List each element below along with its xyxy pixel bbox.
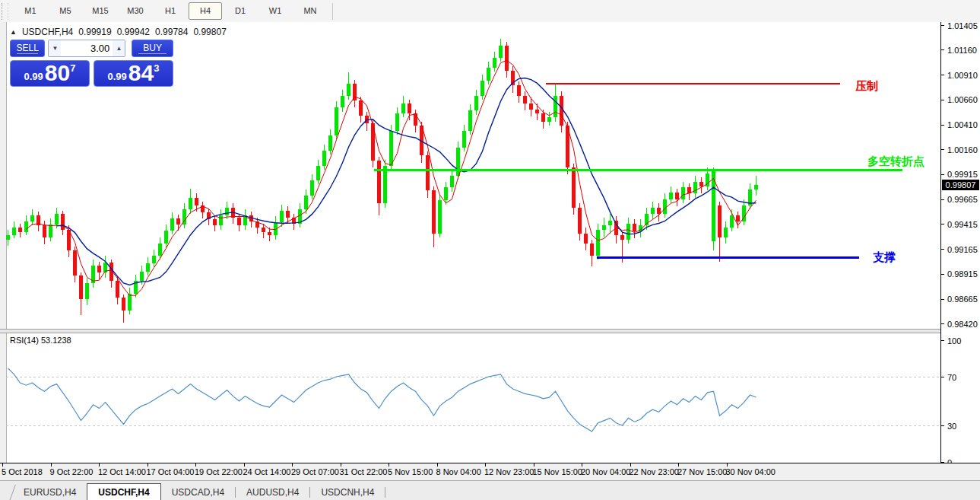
- candle-body-down: [432, 190, 436, 233]
- candle-body-down: [116, 281, 119, 298]
- time-axis-tick: [244, 463, 245, 467]
- candle-body-down: [535, 110, 539, 113]
- timeframe-button-m1[interactable]: M1: [14, 2, 47, 20]
- candle-body-down: [675, 193, 679, 199]
- one-click-price-boxes: 0.99 80 7 0.99 84 3: [10, 60, 173, 87]
- candle-body-up: [456, 148, 460, 176]
- time-axis-label: 12 Nov 23:00: [484, 467, 534, 476]
- sell-button[interactable]: SELL: [10, 40, 45, 57]
- chart-tab-usdchf[interactable]: USDCHF,H4: [87, 483, 160, 500]
- timeframe-button-d1[interactable]: D1: [224, 2, 257, 20]
- price-axis[interactable]: 1.014051.011601.009101.006601.004101.001…: [940, 22, 980, 463]
- buy-button[interactable]: BUY: [132, 40, 173, 57]
- timeframe-button-w1[interactable]: W1: [258, 2, 292, 20]
- chart-tab-usdcad[interactable]: USDCAD,H4: [161, 485, 235, 500]
- candle-body-up: [493, 58, 496, 68]
- candle-body-up: [170, 218, 174, 231]
- price-axis-tick: [941, 274, 944, 275]
- chart-open-value: 0.99919: [78, 27, 111, 37]
- candle-body-down: [414, 113, 417, 126]
- timeframe-button-m15[interactable]: M15: [84, 2, 117, 20]
- candle-body-up: [626, 224, 630, 240]
- price-axis-label: 1.00410: [947, 120, 978, 129]
- candle-body-down: [718, 205, 722, 237]
- time-axis-tick: [341, 463, 341, 467]
- volume-input[interactable]: [61, 40, 113, 56]
- time-axis-label: 15 Nov 15:00: [533, 467, 582, 476]
- time-axis-label: 5 Nov 15:00: [388, 467, 433, 476]
- time-axis-label: 31 Oct 22:00: [340, 467, 388, 476]
- collapse-panel-icon[interactable]: ▲: [10, 28, 17, 36]
- chevron-down-icon: ▼: [52, 45, 58, 52]
- price-axis-label: 1.01160: [947, 46, 977, 55]
- volume-increase-button[interactable]: ▲: [113, 40, 125, 56]
- candle-body-up: [322, 151, 326, 166]
- price-axis-tick: [941, 323, 944, 324]
- candle-body-down: [176, 218, 180, 225]
- price-axis-label: 0.99915: [947, 170, 978, 179]
- candle-body-down: [523, 96, 527, 104]
- candle-body-up: [316, 166, 320, 181]
- candle-body-up: [6, 235, 10, 239]
- price-axis-tick: [941, 249, 944, 250]
- sell-price-box[interactable]: 0.99 80 7: [10, 60, 90, 87]
- candle-body-down: [529, 104, 533, 110]
- buy-price-big: 84: [128, 62, 154, 84]
- toolbar-drag-handle[interactable]: [2, 3, 8, 20]
- timeframe-button-h1[interactable]: H1: [154, 2, 187, 20]
- time-axis-label: 12 Oct 14:00: [98, 467, 146, 476]
- candle-body-down: [262, 228, 265, 233]
- candle-body-up: [462, 131, 466, 148]
- price-axis-label: 0.98665: [947, 295, 978, 304]
- timeframe-button-m5[interactable]: M5: [49, 2, 82, 20]
- price-axis-tick: [941, 100, 944, 100]
- time-axis-label: 9 Oct 22:00: [50, 467, 94, 476]
- time-axis-label: 20 Nov 04:00: [581, 467, 630, 476]
- time-axis-tick: [437, 463, 438, 467]
- volume-decrease-button[interactable]: ▼: [49, 40, 61, 56]
- candle-body-down: [560, 96, 563, 126]
- chevron-up-icon: ▲: [116, 45, 122, 52]
- ma-fast-line: [27, 60, 756, 295]
- sell-button-label: SELL: [16, 43, 38, 53]
- time-axis[interactable]: 5 Oct 20189 Oct 22:0012 Oct 14:0017 Oct …: [0, 463, 980, 481]
- time-axis-label: 17 Oct 04:00: [147, 467, 195, 476]
- candle-body-down: [699, 182, 703, 187]
- candle-body-up: [335, 107, 338, 135]
- candle-body-up: [693, 182, 697, 194]
- price-axis-label: 0.98915: [947, 269, 978, 279]
- candle-body-down: [572, 167, 576, 208]
- chart-tab-eurusd[interactable]: EURUSD,H4: [13, 485, 87, 500]
- price-axis-tick: [941, 224, 944, 225]
- candle-body-down: [505, 46, 509, 71]
- candle-body-down: [97, 266, 101, 272]
- candle-body-up: [401, 104, 405, 113]
- candle-body-up: [395, 113, 399, 130]
- timeframe-button-mn[interactable]: MN: [293, 2, 327, 20]
- timeframe-button-h4[interactable]: H4: [189, 2, 222, 20]
- price-axis-label: 1.00910: [947, 71, 978, 80]
- chart-high-value: 0.99942: [117, 27, 150, 37]
- chart-low-value: 0.99784: [155, 27, 188, 37]
- candle-body-up: [219, 215, 223, 225]
- rsi-canvas[interactable]: [6, 333, 940, 463]
- timeframe-button-m30[interactable]: M30: [119, 2, 152, 20]
- resistance-label: 压制: [855, 79, 878, 94]
- candle-body-up: [280, 211, 284, 223]
- candle-body-up: [669, 193, 673, 199]
- candle-body-up: [30, 215, 34, 221]
- rsi-line: [8, 368, 756, 432]
- buy-price-box[interactable]: 0.99 84 3: [94, 60, 173, 87]
- sell-price-base: 0.99: [24, 71, 43, 82]
- candle-body-down: [268, 232, 271, 235]
- rsi-axis-label: 70: [947, 373, 956, 382]
- candle-body-up: [681, 187, 685, 199]
- chart-tab-usdcnh[interactable]: USDCNH,H4: [310, 485, 385, 500]
- candle-body-up: [158, 244, 162, 256]
- time-axis-tick: [630, 463, 631, 467]
- chart-tab-audusd[interactable]: AUDUSD,H4: [236, 485, 309, 500]
- volume-stepper: ▼ ▲: [48, 40, 125, 57]
- time-axis-label: 29 Oct 07:00: [291, 467, 339, 476]
- sell-price-pip: 7: [70, 62, 75, 74]
- price-axis-label: 0.99665: [947, 195, 978, 204]
